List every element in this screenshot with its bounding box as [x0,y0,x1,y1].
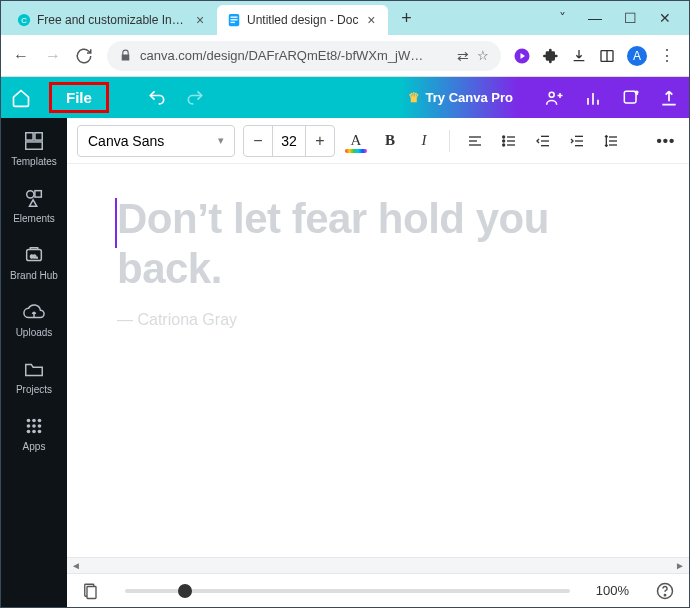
kebab-menu-icon[interactable]: ⋮ [659,46,675,65]
bold-button[interactable]: B [377,128,403,154]
sidebar-item-uploads[interactable]: Uploads [1,301,67,338]
align-button[interactable] [462,128,488,154]
svg-point-25 [32,419,36,423]
sidebar-item-projects[interactable]: Projects [1,358,67,395]
reload-button[interactable] [75,47,95,65]
close-icon[interactable]: × [364,13,378,27]
play-extension-icon[interactable] [513,47,531,65]
canva-toolbar: File ♛ Try Canva Pro [1,77,689,118]
svg-rect-19 [26,142,43,149]
svg-point-28 [32,424,36,428]
svg-point-37 [503,140,505,142]
magic-icon[interactable] [621,88,641,108]
back-button[interactable]: ← [11,47,31,65]
svg-rect-17 [26,133,33,140]
list-button[interactable] [496,128,522,154]
redo-button[interactable] [185,88,205,108]
svg-point-36 [503,136,505,138]
sidebar-label-uploads: Uploads [16,327,53,338]
rainbow-underline-icon [345,149,367,153]
svg-point-29 [38,424,42,428]
sidebar-item-templates[interactable]: Templates [1,130,67,167]
sidebar-item-elements[interactable]: Elements [1,187,67,224]
new-tab-button[interactable]: + [392,8,420,29]
maximize-icon[interactable]: ☐ [624,10,637,26]
quote-content: Don’t let fear hold you back. [117,195,549,292]
close-icon[interactable]: × [193,13,207,27]
format-toolbar: Canva Sans ▾ − 32 + A B I [67,118,689,164]
browser-tab-1[interactable]: C Free and customizable Instag × [7,5,217,35]
svg-text:C: C [21,16,27,25]
analytics-icon[interactable] [583,88,603,108]
svg-point-26 [38,419,42,423]
italic-button[interactable]: I [411,128,437,154]
share-users-icon[interactable] [545,88,565,108]
sidebar-label-brand-hub: Brand Hub [10,270,58,281]
svg-point-30 [27,430,31,434]
scroll-right-icon[interactable]: ► [675,560,685,571]
zoom-slider[interactable] [125,589,570,593]
svg-point-20 [27,191,34,198]
try-canva-pro-button[interactable]: ♛ Try Canva Pro [408,90,513,105]
text-cursor [115,198,117,248]
text-color-button[interactable]: A [343,128,369,154]
font-size-value[interactable]: 32 [272,126,306,156]
editor-footer: 100% [67,573,689,607]
svg-point-9 [549,92,554,97]
window-controls: ˅ — ☐ ✕ [559,1,689,35]
browser-titlebar: C Free and customizable Instag × Untitle… [1,1,689,35]
svg-point-24 [27,419,31,423]
favicon-canva: C [17,13,31,27]
crown-icon: ♛ [408,90,420,105]
forward-button: → [43,47,63,65]
file-menu[interactable]: File [49,82,109,113]
star-icon[interactable]: ☆ [477,48,489,63]
svg-point-32 [38,430,42,434]
quote-text[interactable]: Don’t let fear hold you back. [117,194,639,293]
favicon-doc [227,13,241,27]
font-size-decrease[interactable]: − [244,126,272,156]
svg-rect-15 [624,91,636,103]
svg-point-38 [503,144,505,146]
browser-tab-2[interactable]: Untitled design - Doc × [217,5,388,35]
svg-point-54 [664,594,665,595]
font-picker[interactable]: Canva Sans ▾ [77,125,235,157]
undo-button[interactable] [147,88,167,108]
download-icon[interactable] [571,48,587,64]
minimize-icon[interactable]: — [588,10,602,26]
outdent-button[interactable] [530,128,556,154]
chevron-down-icon[interactable]: ˅ [559,10,566,26]
side-panel: Templates Elements co. Brand Hub Uploads… [1,118,67,607]
help-icon[interactable] [655,581,675,601]
scroll-left-icon[interactable]: ◄ [71,560,81,571]
svg-rect-21 [35,191,41,197]
svg-rect-52 [87,586,96,598]
font-size-increase[interactable]: + [306,126,334,156]
panel-icon[interactable] [599,48,615,64]
svg-rect-3 [231,17,238,18]
more-options-button[interactable]: ••• [653,128,679,154]
document-canvas[interactable]: Don’t let fear hold you back. — Catriona… [67,164,689,557]
tab-title-2: Untitled design - Doc [247,13,358,27]
close-window-icon[interactable]: ✕ [659,10,671,26]
quote-attribution[interactable]: — Catriona Gray [117,311,639,329]
try-canva-pro-label: Try Canva Pro [426,90,513,105]
translate-icon[interactable]: ⇄ [457,48,469,64]
address-bar[interactable]: canva.com/design/DAFrARQmEt8/-bfWXm_jW… … [107,41,501,71]
export-icon[interactable] [659,88,679,108]
sidebar-item-apps[interactable]: Apps [1,415,67,452]
sidebar-label-elements: Elements [13,213,55,224]
pages-icon[interactable] [81,582,99,600]
svg-point-31 [32,430,36,434]
svg-text:co.: co. [30,253,38,259]
zoom-slider-thumb[interactable] [178,584,192,598]
profile-avatar[interactable]: A [627,46,647,66]
sidebar-label-templates: Templates [11,156,57,167]
sidebar-item-brand-hub[interactable]: co. Brand Hub [1,244,67,281]
horizontal-scrollbar[interactable]: ◄ ► [67,557,689,573]
indent-button[interactable] [564,128,590,154]
spacing-button[interactable] [598,128,624,154]
extensions-icon[interactable] [543,48,559,64]
home-icon[interactable] [11,88,31,108]
zoom-level[interactable]: 100% [596,583,629,598]
